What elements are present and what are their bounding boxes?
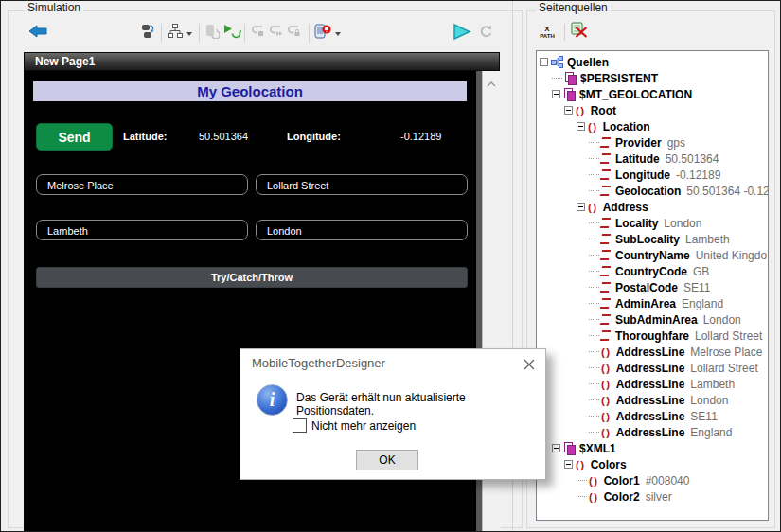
attribute-icon bbox=[600, 330, 611, 341]
tree-item[interactable]: ()Color1#008040 bbox=[537, 472, 768, 488]
node-value: Lambeth bbox=[690, 378, 735, 391]
tree-connector bbox=[589, 319, 599, 321]
node-value: 50.501364 bbox=[666, 152, 719, 166]
tree-item[interactable]: PostalCodeSE11 bbox=[537, 279, 768, 295]
tree-item[interactable]: CountryCodeGB bbox=[537, 263, 768, 279]
tree-item[interactable]: LocalityLondon bbox=[537, 215, 768, 231]
attribute-icon bbox=[600, 137, 611, 148]
tree-item[interactable]: ()Root bbox=[537, 102, 768, 118]
tree-connector bbox=[589, 239, 599, 240]
tree-connector bbox=[589, 287, 599, 289]
node-value: United Kingdo bbox=[696, 249, 767, 262]
attribute-icon bbox=[600, 169, 611, 180]
tree-connector bbox=[589, 367, 599, 369]
expander-icon[interactable] bbox=[577, 122, 585, 131]
page-flow-dropdown-icon[interactable] bbox=[186, 32, 192, 36]
simulation-toolbar bbox=[0, 21, 526, 45]
tree-item[interactable]: Latitude50.501364 bbox=[537, 151, 768, 167]
ok-button[interactable]: OK bbox=[356, 450, 418, 470]
tree-connector bbox=[589, 174, 599, 176]
expander-icon[interactable] bbox=[552, 90, 560, 98]
node-name: Address bbox=[603, 201, 648, 214]
node-value: SE11 bbox=[683, 281, 710, 294]
expander-icon[interactable] bbox=[564, 460, 573, 469]
send-button[interactable]: Send bbox=[36, 123, 113, 151]
node-value: England bbox=[682, 297, 723, 310]
node-value: Lambeth bbox=[685, 233, 730, 246]
addressline3-field[interactable]: Lambeth bbox=[36, 220, 248, 240]
scroll-up-icon[interactable] bbox=[486, 75, 497, 92]
addressline1-field[interactable]: Melrose Place bbox=[36, 174, 248, 195]
close-icon[interactable] bbox=[524, 357, 535, 368]
page-title-bar: New Page1 bbox=[24, 52, 500, 71]
node-name: SubAdminArea bbox=[615, 313, 698, 327]
addressline4-field[interactable]: London bbox=[256, 220, 468, 240]
tree-item[interactable]: SubAdminAreaLondon bbox=[537, 311, 768, 328]
tree-connector bbox=[589, 335, 599, 337]
tree-item[interactable]: AdminAreaEngland bbox=[537, 295, 768, 311]
node-name: Root bbox=[591, 104, 616, 117]
tree-item[interactable]: Quellen bbox=[537, 54, 768, 70]
xpath-evaluator-icon[interactable]: X PATH bbox=[536, 26, 559, 39]
dont-show-again-checkbox[interactable] bbox=[293, 418, 307, 433]
node-name: Quellen bbox=[567, 56, 609, 69]
tree-item[interactable]: ()Colors bbox=[537, 456, 768, 472]
tree-item[interactable]: $PERSISTENT bbox=[537, 70, 768, 86]
node-value: 50.501364 -0.12 bbox=[686, 185, 768, 198]
tree-item[interactable]: $MT_GEOLOCATION bbox=[537, 86, 768, 102]
tree-item[interactable]: ()AddressLineLollard Street bbox=[537, 360, 768, 376]
node-name: Locality bbox=[615, 217, 658, 230]
tree-item[interactable]: Geolocation50.501364 -0.12 bbox=[537, 183, 768, 199]
node-name: SubLocality bbox=[615, 233, 680, 246]
node-name: AdminArea bbox=[615, 297, 676, 310]
try-catch-throw-button[interactable]: Try/Catch/Throw bbox=[36, 267, 468, 288]
save-state-icon bbox=[286, 24, 301, 43]
expander-icon[interactable] bbox=[577, 203, 585, 211]
element-icon: () bbox=[588, 202, 598, 213]
tree-item[interactable]: SubLocalityLambeth bbox=[537, 231, 768, 247]
node-value: #008040 bbox=[646, 474, 690, 488]
tree-item[interactable]: ()Address bbox=[537, 199, 768, 215]
tree-connector bbox=[552, 78, 562, 80]
expander-icon[interactable] bbox=[540, 58, 548, 66]
attribute-icon bbox=[600, 250, 611, 260]
node-name: AddressLine bbox=[616, 362, 685, 375]
remove-source-icon[interactable] bbox=[571, 22, 589, 43]
device-notifications-icon[interactable] bbox=[314, 24, 331, 44]
tree-item[interactable]: ()AddressLineSE11 bbox=[537, 408, 768, 424]
tree-item[interactable]: ()AddressLineMelrose Place bbox=[537, 344, 768, 360]
node-value: silver bbox=[646, 490, 672, 504]
node-name: Thoroughfare bbox=[615, 329, 689, 343]
node-name: AddressLine bbox=[616, 410, 685, 423]
tree-item[interactable]: ()AddressLineLambeth bbox=[537, 376, 768, 392]
tree-item[interactable]: Providergps bbox=[537, 134, 768, 151]
expander-icon[interactable] bbox=[564, 106, 573, 115]
node-name: AddressLine bbox=[616, 426, 685, 439]
tree-item[interactable]: $XML1 bbox=[537, 440, 768, 456]
element-icon: () bbox=[601, 427, 612, 438]
tree-item[interactable]: ()Location bbox=[537, 118, 768, 134]
run-simulation-icon[interactable] bbox=[453, 23, 472, 44]
tree-item[interactable]: ()AddressLineEngland bbox=[537, 424, 768, 440]
attribute-icon bbox=[600, 186, 611, 196]
step-over-icon bbox=[268, 24, 283, 43]
tree-connector bbox=[589, 303, 599, 305]
tree-item[interactable]: ()Color2silver bbox=[537, 488, 768, 505]
page-flow-icon[interactable] bbox=[168, 24, 183, 43]
sources-tree: Quellen$PERSISTENT$MT_GEOLOCATION()Root(… bbox=[536, 50, 769, 521]
tree-connector bbox=[589, 190, 599, 192]
tree-connector bbox=[589, 222, 599, 224]
device-simulator-icon[interactable] bbox=[139, 24, 155, 44]
back-arrow-icon[interactable] bbox=[28, 24, 47, 43]
tree-item[interactable]: ThoroughfareLollard Street bbox=[537, 328, 768, 344]
addressline2-field[interactable]: Lollard Street bbox=[256, 174, 468, 195]
node-name: CountryCode bbox=[615, 265, 687, 278]
tree-item[interactable]: CountryNameUnited Kingdo bbox=[537, 247, 768, 263]
tree-item[interactable]: ()AddressLineLondon bbox=[537, 392, 768, 408]
expander-icon[interactable] bbox=[552, 444, 560, 452]
device-notifications-dropdown-icon[interactable] bbox=[335, 32, 341, 36]
tree-item[interactable]: Longitude-0.12189 bbox=[537, 167, 768, 183]
dialog-title: MobileTogetherDesigner bbox=[252, 356, 385, 370]
attribute-icon bbox=[600, 298, 611, 309]
run-with-refresh-icon[interactable] bbox=[223, 24, 241, 43]
